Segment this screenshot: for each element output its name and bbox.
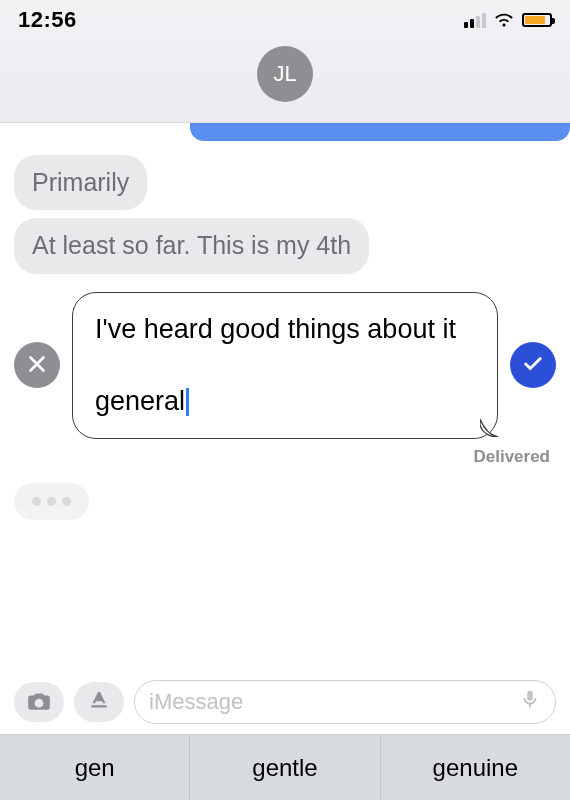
message-row: Primarily xyxy=(14,155,556,210)
message-row: At least so far. This is my 4th xyxy=(14,218,556,273)
wifi-icon xyxy=(494,12,514,28)
status-indicators xyxy=(464,12,552,28)
suggestion-3[interactable]: genuine xyxy=(380,735,570,800)
check-icon xyxy=(522,353,544,378)
received-bubble[interactable]: Primarily xyxy=(14,155,147,210)
status-bar: 12:56 xyxy=(0,6,570,40)
dictation-button[interactable] xyxy=(519,688,541,716)
camera-button[interactable] xyxy=(14,682,64,722)
editing-bubble[interactable]: I've heard good things about it general xyxy=(72,292,498,439)
editing-text-line1: I've heard good things about it xyxy=(95,314,456,344)
editing-text-line2: general xyxy=(95,386,185,416)
delivered-status: Delivered xyxy=(14,447,550,467)
suggestion-2[interactable]: gentle xyxy=(189,735,379,800)
bubble-tail-icon xyxy=(480,410,498,428)
input-bar: iMessage xyxy=(0,672,570,734)
battery-icon xyxy=(522,13,552,27)
suggestion-1[interactable]: gen xyxy=(0,735,189,800)
contact-header[interactable]: JL xyxy=(0,40,570,122)
app-store-button[interactable] xyxy=(74,682,124,722)
typing-indicator xyxy=(14,483,89,520)
cancel-edit-button[interactable] xyxy=(14,342,60,388)
avatar[interactable]: JL xyxy=(257,46,313,102)
messages-area[interactable]: Primarily At least so far. This is my 4t… xyxy=(0,123,570,672)
app-store-icon xyxy=(86,688,112,717)
cellular-signal-icon xyxy=(464,13,486,28)
keyboard-suggestion-bar: gen gentle genuine xyxy=(0,734,570,800)
status-time: 12:56 xyxy=(18,7,77,33)
editing-message-container: I've heard good things about it general xyxy=(14,292,556,439)
message-placeholder: iMessage xyxy=(149,689,243,715)
text-caret xyxy=(186,388,189,416)
confirm-edit-button[interactable] xyxy=(510,342,556,388)
avatar-initials: JL xyxy=(273,61,296,87)
microphone-icon xyxy=(519,690,541,715)
previous-sent-bubble-peek xyxy=(190,123,570,141)
header: 12:56 JL xyxy=(0,0,570,123)
close-icon xyxy=(26,353,48,378)
camera-icon xyxy=(26,688,52,717)
received-bubble[interactable]: At least so far. This is my 4th xyxy=(14,218,369,273)
message-input[interactable]: iMessage xyxy=(134,680,556,724)
